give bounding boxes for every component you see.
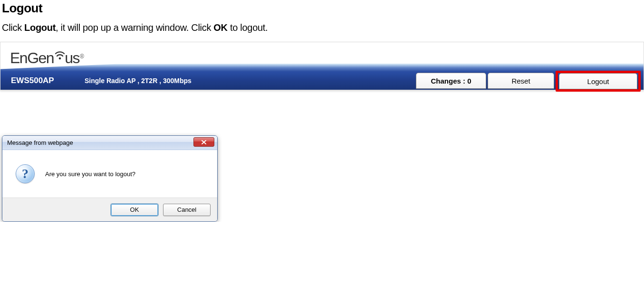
brand-part-us: us bbox=[65, 49, 79, 67]
cancel-button[interactable]: Cancel bbox=[163, 204, 211, 216]
header-buttons: Changes : 0 Reset Logout bbox=[414, 68, 641, 89]
wifi-icon bbox=[55, 47, 65, 59]
dialog-titlebar: Message from webpage bbox=[2, 136, 217, 150]
dialog-wrap: Message from webpage ? Are you sure you … bbox=[2, 135, 644, 222]
product-description: Single Radio AP , 2T2R , 300Mbps bbox=[85, 77, 192, 85]
instruction-bold-ok: OK bbox=[213, 22, 227, 33]
brand-registered: ® bbox=[80, 53, 83, 60]
product-name: EWS500AP bbox=[11, 76, 85, 85]
instruction-text: Click Logout, it will pop up a warning w… bbox=[0, 22, 644, 42]
section-heading: Logout bbox=[0, 0, 644, 22]
instruction-prefix: Click bbox=[2, 22, 24, 33]
brand-part-gen: Gen bbox=[27, 49, 54, 67]
confirm-dialog: Message from webpage ? Are you sure you … bbox=[2, 135, 218, 222]
instruction-suffix: to logout. bbox=[228, 22, 268, 33]
close-icon bbox=[201, 140, 207, 145]
reset-button[interactable]: Reset bbox=[488, 73, 554, 89]
close-button[interactable] bbox=[193, 137, 214, 147]
brand-logo-text: EnGen us® bbox=[10, 49, 83, 67]
logout-button[interactable]: Logout bbox=[559, 73, 637, 89]
brand-logo: EnGen us® bbox=[10, 49, 83, 67]
product-bar: EWS500AP Single Radio AP , 2T2R , 300Mbp… bbox=[0, 72, 644, 90]
dialog-footer: OK Cancel bbox=[2, 198, 217, 221]
dialog-body: ? Are you sure you want to logout? bbox=[2, 150, 217, 198]
changes-button[interactable]: Changes : 0 bbox=[416, 73, 486, 89]
brand-part-en: En bbox=[10, 49, 27, 67]
question-icon: ? bbox=[16, 164, 35, 183]
instruction-mid: , it will pop up a warning window. Click bbox=[56, 22, 213, 33]
question-mark: ? bbox=[22, 167, 29, 180]
svg-point-0 bbox=[59, 57, 61, 59]
ok-button[interactable]: OK bbox=[111, 204, 158, 216]
app-header: EnGen us® EWS500AP Single Radio AP , 2T2… bbox=[0, 42, 644, 90]
dialog-title: Message from webpage bbox=[7, 139, 73, 146]
instruction-bold-logout: Logout bbox=[24, 22, 56, 33]
highlight-annotation: Logout bbox=[556, 71, 641, 92]
dialog-message: Are you sure you want to logout? bbox=[45, 170, 135, 178]
